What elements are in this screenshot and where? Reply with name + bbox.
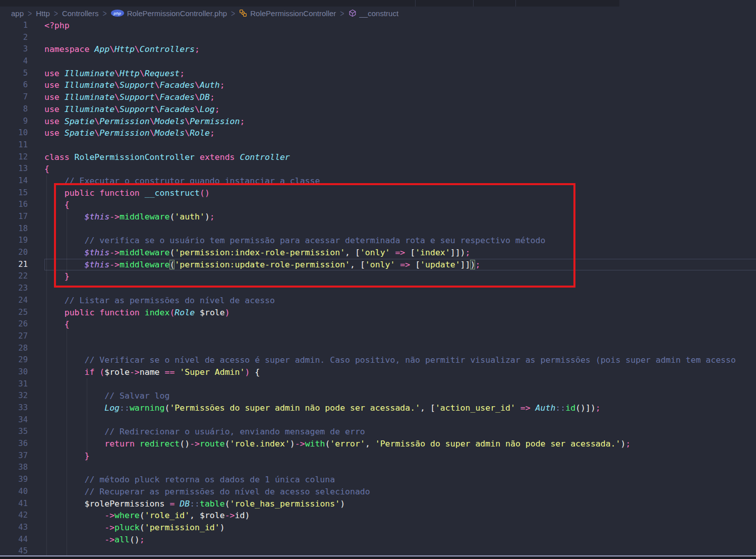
code-line[interactable]: 21 $this->middleware('permission:update-…: [0, 259, 756, 271]
breadcrumb-item-file[interactable]: php RolePermissionController.php: [111, 9, 227, 18]
code-line[interactable]: 22 }: [0, 270, 756, 283]
code-token: // Verificar se o nível de acesso é supe…: [84, 355, 735, 365]
line-number[interactable]: 5: [0, 68, 28, 80]
line-number[interactable]: 27: [0, 330, 28, 343]
code-line[interactable]: 25 public function index(Role $role): [0, 307, 756, 319]
code-token: (: [99, 367, 104, 377]
code-line[interactable]: 23: [0, 283, 756, 295]
code-line[interactable]: 7use Illuminate\Support\Facades\DB;: [0, 91, 756, 103]
code-line[interactable]: 32 // Salvar log: [0, 390, 756, 402]
code-line[interactable]: 42 ->where('role_id', $role->id): [0, 510, 756, 522]
code-line[interactable]: 10use Spatie\Permission\Models\Role;: [0, 127, 756, 139]
line-number[interactable]: 24: [0, 295, 28, 307]
line-number[interactable]: 28: [0, 343, 28, 355]
code-line[interactable]: 2: [0, 32, 756, 44]
line-number[interactable]: 26: [0, 318, 28, 330]
code-line[interactable]: 3namespace App\Http\Controllers;: [0, 43, 756, 55]
line-number[interactable]: 9: [0, 116, 28, 128]
line-number[interactable]: 13: [0, 163, 28, 175]
line-number[interactable]: 38: [0, 462, 28, 474]
code-line[interactable]: 15 public function __construct(): [0, 187, 756, 199]
breadcrumb-item-http[interactable]: Http: [36, 9, 50, 18]
line-number[interactable]: 42: [0, 510, 28, 522]
line-number[interactable]: 23: [0, 283, 28, 295]
code-line[interactable]: 35 // Redirecionar o usuário, enviando m…: [0, 426, 756, 438]
code-line[interactable]: 34: [0, 414, 756, 426]
line-number[interactable]: 37: [0, 450, 28, 462]
line-number[interactable]: 33: [0, 402, 28, 414]
code-line[interactable]: 12class RolePermissionController extends…: [0, 151, 756, 163]
code-token: [140, 188, 145, 198]
code-line[interactable]: 24 // Listar as permissões do nível de a…: [0, 295, 756, 307]
line-number[interactable]: 44: [0, 534, 28, 546]
code-line[interactable]: 14 // Executar o construtor quando insta…: [0, 175, 756, 187]
line-number[interactable]: 10: [0, 127, 28, 139]
line-number[interactable]: 32: [0, 390, 28, 402]
code-line[interactable]: 20 $this->middleware('permission:index-r…: [0, 247, 756, 259]
code-line[interactable]: 44 ->all();: [0, 534, 756, 546]
code-line[interactable]: 31: [0, 378, 756, 390]
code-line[interactable]: 39 // método pluck retorna os dados de 1…: [0, 474, 756, 486]
code-line[interactable]: 16 {: [0, 199, 756, 211]
line-number[interactable]: 18: [0, 223, 28, 235]
code-line[interactable]: 13{: [0, 163, 756, 175]
line-number[interactable]: 6: [0, 79, 28, 91]
line-number[interactable]: 22: [0, 270, 28, 283]
code-line[interactable]: 6use Illuminate\Support\Facades\Auth;: [0, 79, 756, 91]
line-number[interactable]: 30: [0, 366, 28, 378]
line-number[interactable]: 41: [0, 498, 28, 510]
line-number[interactable]: 35: [0, 426, 28, 438]
line-number[interactable]: 1: [0, 20, 28, 32]
code-line[interactable]: 36 return redirect()->route('role.index'…: [0, 438, 756, 450]
code-line[interactable]: 40 // Recuperar as permissões do nível d…: [0, 486, 756, 498]
code-line[interactable]: 4: [0, 55, 756, 68]
code-line[interactable]: 33 Log::warning('Permissões do super adm…: [0, 402, 756, 414]
code-line[interactable]: 30 if ($role->name == 'Super Admin') {: [0, 366, 756, 378]
code-token: $this: [84, 260, 109, 269]
line-number[interactable]: 2: [0, 32, 28, 44]
line-number[interactable]: 12: [0, 151, 28, 163]
code-line[interactable]: 38: [0, 462, 756, 474]
code-line[interactable]: 11: [0, 139, 756, 151]
line-number[interactable]: 21: [0, 259, 28, 271]
line-number[interactable]: 16: [0, 199, 28, 211]
line-number[interactable]: 19: [0, 235, 28, 247]
breadcrumb-item-app[interactable]: app: [11, 9, 24, 18]
code-line[interactable]: 17 $this->middleware('auth');: [0, 211, 756, 223]
code-editor[interactable]: 1<?php23namespace App\Http\Controllers;4…: [0, 20, 756, 559]
line-number[interactable]: 15: [0, 187, 28, 199]
breadcrumb-item-controllers[interactable]: Controllers: [62, 9, 99, 18]
line-number[interactable]: 40: [0, 486, 28, 498]
line-number[interactable]: 34: [0, 414, 28, 426]
code-token: ): [470, 260, 475, 269]
line-number[interactable]: 7: [0, 91, 28, 103]
code-line[interactable]: 26 {: [0, 318, 756, 330]
code-line[interactable]: 1<?php: [0, 20, 756, 32]
code-line[interactable]: 18: [0, 223, 756, 235]
line-number[interactable]: 8: [0, 103, 28, 116]
line-number[interactable]: 39: [0, 474, 28, 486]
line-number[interactable]: 36: [0, 438, 28, 450]
code-line[interactable]: 9use Spatie\Permission\Models\Permission…: [0, 116, 756, 128]
code-line[interactable]: 8use Illuminate\Support\Facades\Log;: [0, 103, 756, 116]
code-line[interactable]: 43 ->pluck('permission_id'): [0, 522, 756, 534]
line-number[interactable]: 43: [0, 522, 28, 534]
line-number[interactable]: 3: [0, 43, 28, 55]
code-line[interactable]: 29 // Verificar se o nível de acesso é s…: [0, 354, 756, 366]
line-number[interactable]: 14: [0, 175, 28, 187]
line-number[interactable]: 20: [0, 247, 28, 259]
line-number[interactable]: 4: [0, 55, 28, 68]
code-line[interactable]: 41 $rolePermissions = DB::table('role_ha…: [0, 498, 756, 510]
line-number[interactable]: 29: [0, 354, 28, 366]
code-line[interactable]: 28: [0, 343, 756, 355]
breadcrumb-item-method[interactable]: __construct: [348, 9, 399, 18]
code-line[interactable]: 19 // verifica se o usuário tem permissã…: [0, 235, 756, 247]
line-number[interactable]: 11: [0, 139, 28, 151]
line-number[interactable]: 31: [0, 378, 28, 390]
code-line[interactable]: 27: [0, 330, 756, 343]
code-line[interactable]: 5use Illuminate\Http\Request;: [0, 68, 756, 80]
code-line[interactable]: 37 }: [0, 450, 756, 462]
line-number[interactable]: 17: [0, 211, 28, 223]
line-number[interactable]: 25: [0, 307, 28, 319]
breadcrumb-item-class[interactable]: RolePermissionController: [239, 9, 336, 18]
